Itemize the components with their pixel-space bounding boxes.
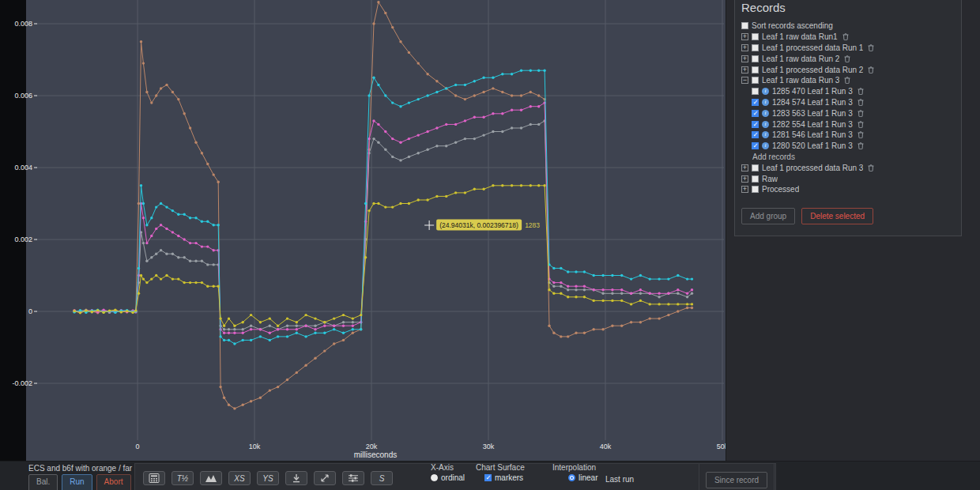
drop-to-baseline-button[interactable] — [285, 471, 307, 485]
trash-icon[interactable] — [858, 88, 864, 95]
record-group-checkbox[interactable] — [752, 33, 759, 40]
record-group-checkbox[interactable] — [752, 44, 759, 51]
half-time-button[interactable]: T½ — [172, 471, 194, 485]
trash-icon[interactable] — [858, 142, 864, 149]
trash-icon[interactable] — [858, 110, 864, 117]
expand-icon[interactable]: + — [741, 33, 748, 40]
adjust-button[interactable] — [342, 471, 364, 485]
x-scale-button[interactable]: XS — [228, 471, 251, 485]
record-checkbox[interactable] — [752, 142, 759, 149]
record-group-row[interactable]: +Leaf 1 raw data Run1 — [741, 32, 955, 43]
record-row[interactable]: i1284 574 Leaf 1 Run 3 — [752, 97, 955, 108]
x-axis-group-label: X-Axis — [431, 463, 454, 472]
add-records-link[interactable]: Add records — [752, 153, 795, 161]
record-group-checkbox[interactable] — [752, 175, 759, 183]
trash-icon[interactable] — [842, 33, 849, 40]
record-checkbox[interactable] — [752, 99, 759, 106]
info-icon[interactable]: i — [762, 99, 769, 106]
y-scale-button[interactable]: YS — [257, 471, 279, 485]
trash-icon[interactable] — [844, 55, 850, 62]
record-group-row[interactable]: +Leaf 1 processed data Run 1 — [741, 43, 955, 54]
record-group-row[interactable]: +Processed — [741, 184, 955, 195]
collapse-icon[interactable]: − — [741, 77, 748, 84]
record-group-row[interactable]: +Raw — [741, 173, 955, 184]
expand-icon[interactable]: + — [741, 44, 748, 51]
sliders-icon — [348, 473, 359, 483]
tooltip-series-label: 1283 — [525, 221, 540, 229]
sort-records-checkbox[interactable] — [741, 22, 748, 29]
records-box: Records Sort records ascending +Leaf 1 r… — [734, 0, 962, 236]
record-label: 1284 574 Leaf 1 Run 3 — [772, 98, 853, 107]
tool-row: T½XSYSS — [143, 471, 393, 485]
calculator-icon — [149, 473, 160, 483]
record-group-checkbox[interactable] — [752, 66, 759, 74]
record-group-row[interactable]: −Leaf 1 raw data Run 3 — [741, 75, 955, 86]
run-buttons: Bal.RunAbort — [28, 474, 131, 490]
expand-icon[interactable]: + — [741, 66, 748, 74]
delete-selected-button[interactable]: Delete selected — [801, 208, 873, 224]
chart-area: 010k20k30k40k50k0.0080.0060.0040.0020-0.… — [0, 0, 726, 461]
record-group-row[interactable]: +Leaf 1 processed data Run 3 — [741, 162, 955, 173]
record-group-checkbox[interactable] — [752, 186, 759, 193]
trash-icon[interactable] — [868, 44, 874, 51]
record-row[interactable]: i1285 470 Leaf 1 Run 3 — [752, 86, 955, 97]
markers-checkbox-label: markers — [495, 473, 523, 482]
resize-icon — [320, 473, 330, 483]
run-button[interactable]: Run — [62, 474, 92, 490]
ordinal-radio[interactable] — [431, 474, 438, 481]
area-chart-button[interactable] — [200, 471, 222, 485]
expand-icon[interactable]: + — [741, 55, 748, 62]
since-record-button[interactable]: Since record — [706, 472, 767, 488]
svg-text:50k: 50k — [717, 443, 726, 450]
trash-icon[interactable] — [844, 77, 850, 84]
svg-text:0: 0 — [28, 307, 32, 315]
record-row[interactable]: i1280 520 Leaf 1 Run 3 — [752, 141, 955, 152]
record-group-checkbox[interactable] — [752, 55, 759, 62]
info-icon[interactable]: i — [762, 110, 769, 117]
record-checkbox[interactable] — [752, 88, 759, 95]
trash-icon[interactable] — [868, 164, 874, 172]
add-group-button[interactable]: Add group — [741, 208, 795, 224]
record-label: 1281 546 Leaf 1 Run 3 — [772, 130, 853, 139]
record-checkbox[interactable] — [752, 131, 759, 138]
x-axis-title: milliseconds — [354, 450, 397, 459]
info-icon[interactable]: i — [762, 121, 769, 128]
record-row[interactable]: i1283 563 Leaf 1 Run 3 — [752, 107, 955, 119]
smooth-button[interactable]: S — [371, 471, 393, 485]
record-group-row[interactable]: +Leaf 1 raw data Run 2 — [741, 53, 955, 64]
ordinal-radio-label: ordinal — [441, 473, 465, 482]
record-group-checkbox[interactable] — [752, 77, 759, 84]
record-row[interactable]: i1281 546 Leaf 1 Run 3 — [752, 130, 955, 141]
linear-radio[interactable] — [568, 474, 575, 481]
record-group-checkbox[interactable] — [752, 164, 759, 172]
trash-icon[interactable] — [858, 121, 864, 128]
record-group-row[interactable]: +Leaf 1 processed data Run 2 — [741, 64, 955, 75]
sort-records-label: Sort records ascending — [752, 21, 833, 30]
info-icon[interactable]: i — [762, 88, 769, 95]
calculator-button[interactable] — [143, 471, 165, 485]
autoscale-button[interactable] — [314, 471, 336, 485]
arrow-down-icon — [292, 473, 301, 483]
abort-button[interactable]: Abort — [96, 474, 131, 490]
record-group-label: Leaf 1 processed data Run 2 — [762, 66, 863, 74]
bal-button[interactable]: Bal. — [28, 474, 58, 490]
markers-checkbox[interactable] — [484, 474, 492, 481]
record-group-label: Leaf 1 processed data Run 1 — [762, 43, 863, 52]
record-checkbox[interactable] — [752, 121, 759, 128]
sort-records-row: Sort records ascending — [741, 21, 955, 32]
expand-icon[interactable]: + — [741, 186, 748, 193]
add-records-row: Add records — [741, 152, 955, 163]
record-row[interactable]: i1282 554 Leaf 1 Run 3 — [752, 119, 955, 130]
info-icon[interactable]: i — [762, 142, 769, 149]
since-record-panel: Since record — [699, 463, 775, 490]
trash-icon[interactable] — [858, 99, 864, 106]
expand-icon[interactable]: + — [741, 164, 748, 172]
expand-icon[interactable]: + — [741, 175, 748, 183]
record-checkbox[interactable] — [752, 110, 759, 117]
chart-canvas[interactable]: 010k20k30k40k50k0.0080.0060.0040.0020-0.… — [0, 0, 726, 461]
svg-text:30k: 30k — [483, 443, 495, 450]
info-icon[interactable]: i — [762, 131, 769, 138]
record-label: 1283 563 Leaf 1 Run 3 — [772, 109, 853, 118]
trash-icon[interactable] — [868, 66, 874, 74]
trash-icon[interactable] — [858, 131, 864, 138]
